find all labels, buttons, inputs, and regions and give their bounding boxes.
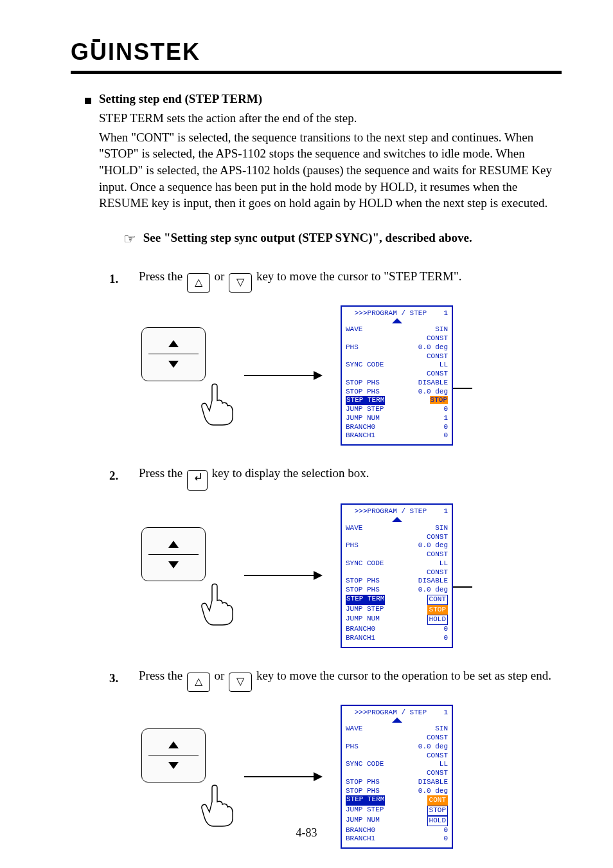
desc-text: When "CONT" is selected, the sequence tr… (99, 129, 555, 212)
arrow-right-icon (244, 776, 321, 777)
up-key-icon: △ (187, 673, 210, 692)
arrow-right-icon (244, 375, 321, 376)
hand-pointer-icon (198, 782, 236, 827)
section-title: Setting step end (STEP TERM) (99, 92, 262, 106)
up-triangle-icon (168, 741, 179, 748)
down-triangle-icon (168, 561, 179, 568)
up-triangle-icon (168, 340, 179, 347)
down-triangle-icon (168, 762, 179, 769)
enter-key-icon (187, 470, 208, 491)
arrow-right-icon (244, 575, 321, 576)
lcd-screen-1: >>>PROGRAM / STEP 1 WAVESIN CONST PHS0.0… (341, 305, 453, 446)
step-number: 3. (109, 667, 139, 685)
step-number: 1. (109, 268, 139, 286)
intro-text: STEP TERM sets the action after the end … (99, 110, 555, 127)
up-triangle-icon (168, 541, 179, 548)
step-3-text: Press the △ or ▽ key to move the cursor … (139, 667, 562, 692)
hand-press-up-down (141, 527, 225, 624)
up-key-icon: △ (187, 273, 210, 293)
hand-press-up-down (141, 327, 225, 424)
step-1-text: Press the △ or ▽ key to move t key to mo… (139, 268, 562, 293)
step-2-text: Press the key to display the selection b… (139, 465, 562, 491)
down-key-icon: ▽ (229, 673, 252, 692)
step-number: 2. (109, 465, 139, 483)
lcd-screen-2: >>>PROGRAM / STEP 1 WAVESIN CONST PHS0.0… (341, 503, 453, 648)
header-rule (71, 71, 562, 74)
hand-press-up-down (141, 728, 225, 825)
hand-pointer-icon (198, 381, 236, 426)
brand-logo: GUINSTEK (71, 39, 562, 66)
bullet-icon (85, 98, 91, 104)
down-key-icon: ▽ (229, 273, 252, 293)
see-reference: ☞ See "Setting step sync output (STEP SY… (123, 230, 555, 249)
hand-pointer-icon (198, 581, 236, 626)
page-number: 4-83 (0, 826, 613, 840)
pointing-hand-icon: ☞ (123, 230, 136, 249)
down-triangle-icon (168, 361, 179, 368)
